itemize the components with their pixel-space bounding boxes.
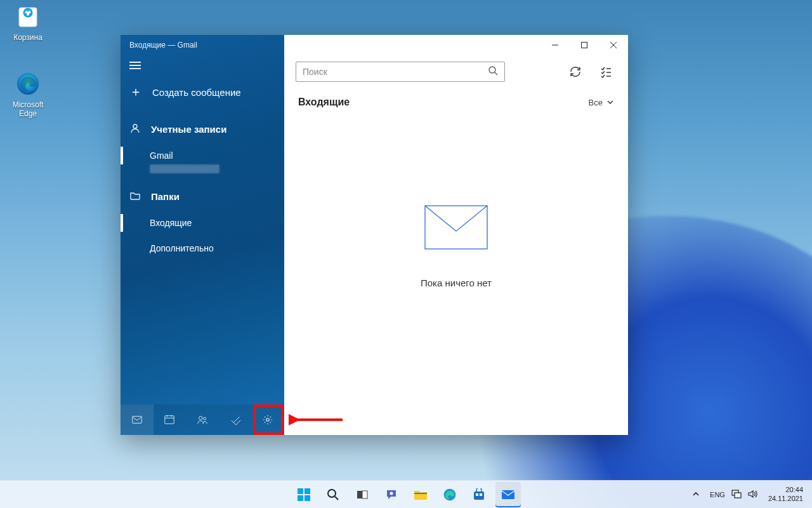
svg-rect-3 (133, 417, 141, 424)
calendar-icon (164, 414, 175, 425)
search-icon (327, 488, 339, 501)
folders-header[interactable]: Папки (121, 182, 284, 210)
tray-overflow-button[interactable] (688, 490, 704, 499)
maximize-button[interactable] (570, 35, 599, 55)
folder-item-inbox[interactable]: Входящие (121, 210, 284, 236)
taskbar-center (291, 482, 521, 507)
todo-icon (230, 414, 241, 425)
desktop-icon-recycle-bin[interactable]: Корзина (5, 3, 51, 42)
svg-rect-25 (502, 490, 514, 499)
maximize-icon (581, 42, 587, 48)
accounts-header[interactable]: Учетные записи (121, 115, 284, 143)
compose-label: Создать сообщение (152, 87, 241, 98)
close-button[interactable] (599, 35, 628, 55)
folder-item-label: Входящие (150, 218, 192, 228)
mail-sidebar: Входящие — Gmail ＋ Создать сообщение Уче… (121, 35, 284, 435)
compose-button[interactable]: ＋ Создать сообщение (121, 77, 284, 107)
chevron-down-icon (606, 98, 614, 106)
sidebar-mail-button[interactable] (121, 404, 154, 435)
checklist-icon (599, 65, 612, 78)
svg-rect-20 (414, 493, 427, 494)
sync-button[interactable] (565, 61, 586, 83)
mail-main-pane: Входящие Все Пока ничего нет (284, 35, 628, 435)
search-box[interactable] (296, 62, 505, 82)
mail-icon (131, 414, 143, 425)
tray-date: 24.11.2021 (768, 495, 803, 504)
svg-rect-12 (298, 488, 303, 494)
taskbar-tray: ENG 20:44 24.11.2021 (688, 486, 812, 504)
mail-icon (501, 488, 515, 501)
svg-point-2 (133, 124, 137, 128)
window-controls (284, 35, 628, 55)
tray-language[interactable]: ENG (710, 491, 725, 498)
taskbar-chat-button[interactable] (379, 482, 404, 507)
svg-rect-8 (582, 43, 587, 48)
folder-item-label: Дополнительно (150, 243, 214, 253)
envelope-icon (424, 205, 488, 250)
svg-point-6 (204, 417, 206, 420)
select-mode-button[interactable] (595, 61, 617, 83)
list-header: Входящие Все (284, 88, 628, 116)
chat-icon (385, 488, 398, 501)
sync-icon (569, 65, 582, 78)
minimize-button[interactable] (540, 35, 570, 55)
folder-item-more[interactable]: Дополнительно (121, 236, 284, 261)
sidebar-calendar-button[interactable] (154, 404, 187, 435)
desktop-icon-edge[interactable]: Microsoft Edge (5, 70, 51, 118)
sidebar-people-button[interactable] (186, 404, 219, 435)
tray-network-button[interactable] (731, 490, 742, 500)
taskbar-search-button[interactable] (320, 482, 346, 507)
list-header-title: Входящие (298, 97, 350, 108)
plus-icon: ＋ (129, 85, 142, 98)
minimize-icon (552, 42, 558, 48)
folders-header-label: Папки (151, 191, 180, 202)
taskbar-mail-button[interactable] (495, 482, 521, 507)
svg-rect-22 (474, 491, 484, 500)
taskbar-edge-button[interactable] (437, 482, 462, 507)
people-icon (197, 414, 208, 425)
store-icon (473, 488, 485, 501)
folder-icon (129, 191, 141, 202)
sidebar-todo-button[interactable] (219, 404, 252, 435)
svg-point-16 (328, 490, 336, 497)
taskbar-taskview-button[interactable] (350, 482, 375, 507)
close-icon (610, 42, 617, 48)
annotation-highlight-box (253, 404, 284, 435)
explorer-icon (414, 488, 428, 501)
window-title: Входящие — Gmail (121, 35, 284, 55)
edge-icon (14, 70, 42, 98)
desktop-icon-label: Microsoft Edge (5, 100, 51, 118)
filter-dropdown[interactable]: Все (589, 98, 614, 107)
windows-icon (297, 488, 311, 502)
tray-time: 20:44 (768, 486, 803, 495)
svg-rect-18 (362, 491, 367, 498)
accounts-header-label: Учетные записи (151, 124, 226, 135)
network-icon (731, 490, 742, 498)
edge-icon (443, 488, 457, 502)
taskbar: ENG 20:44 24.11.2021 (0, 480, 812, 508)
search-icon (488, 65, 498, 78)
taskbar-start-button[interactable] (291, 482, 317, 507)
svg-rect-27 (735, 493, 741, 498)
taskbar-store-button[interactable] (466, 482, 492, 507)
search-input[interactable] (303, 67, 488, 77)
svg-rect-24 (480, 493, 482, 496)
svg-point-9 (489, 67, 495, 73)
svg-rect-15 (304, 495, 310, 501)
taskbar-explorer-button[interactable] (408, 482, 433, 507)
tray-volume-button[interactable] (748, 490, 758, 500)
tray-clock[interactable]: 20:44 24.11.2021 (764, 486, 807, 504)
person-icon (129, 123, 141, 135)
svg-point-5 (199, 417, 202, 420)
desktop-icon-label: Корзина (5, 33, 51, 42)
mail-window: Входящие — Gmail ＋ Создать сообщение Уче… (121, 35, 628, 435)
recycle-bin-icon (14, 3, 42, 30)
taskview-icon (356, 488, 369, 501)
chevron-up-icon (692, 490, 700, 498)
hamburger-button[interactable] (121, 55, 284, 77)
svg-rect-14 (298, 495, 303, 501)
hamburger-icon (129, 62, 141, 69)
account-email-redacted (121, 164, 284, 175)
mail-toolbar (284, 55, 628, 88)
annotation-arrow (289, 411, 346, 428)
